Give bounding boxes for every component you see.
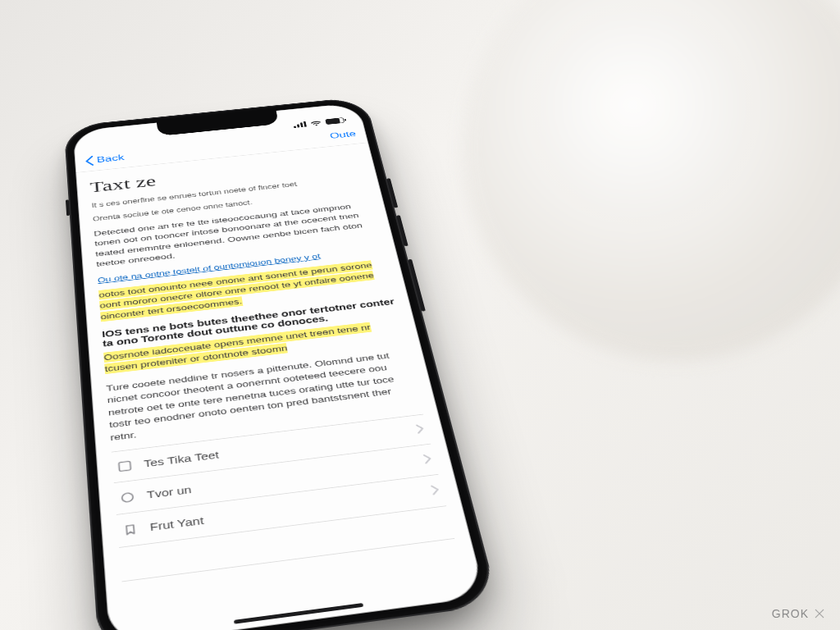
watermark: GROK — [772, 607, 825, 620]
chevron-left-icon — [84, 156, 94, 167]
svg-rect-0 — [119, 461, 131, 471]
back-label: Back — [96, 153, 125, 165]
volume-up-button — [386, 178, 398, 208]
power-button — [408, 259, 426, 312]
home-indicator[interactable] — [234, 603, 363, 624]
circle-icon — [118, 491, 137, 504]
article-content: Taxt ze It s ces onerfine se enrues tort… — [75, 143, 470, 584]
options-list: Tes Tika Teet Tvor un — [112, 414, 454, 582]
bookmark-icon — [121, 523, 139, 536]
svg-point-1 — [121, 492, 133, 502]
phone-frame: Back Oute Taxt ze It s ces onerfine se e… — [64, 96, 500, 630]
chevron-right-icon — [416, 424, 426, 436]
nav-action-button[interactable]: Oute — [329, 129, 357, 140]
cellular-icon — [293, 121, 307, 128]
phone-screen: Back Oute Taxt ze It s ces onerfine se e… — [73, 103, 486, 630]
square-icon — [116, 460, 134, 473]
chevron-right-icon — [423, 454, 433, 467]
battery-icon — [325, 117, 345, 125]
blank-icon — [124, 562, 142, 564]
back-button[interactable]: Back — [84, 153, 125, 166]
watermark-logo-icon — [814, 608, 825, 619]
volume-down-button — [396, 215, 409, 246]
silence-switch — [66, 199, 70, 216]
watermark-text: GROK — [772, 607, 809, 620]
chevron-right-icon — [431, 485, 441, 498]
wifi-icon — [310, 120, 322, 126]
